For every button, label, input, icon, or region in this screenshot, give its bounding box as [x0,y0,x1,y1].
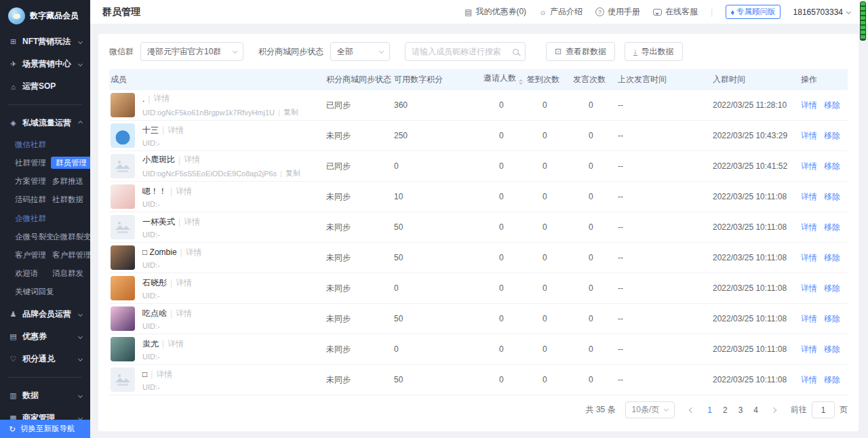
row-remove-link[interactable]: 移除 [824,374,840,386]
row-detail-link[interactable]: 详情 [801,191,817,203]
member-detail-link[interactable]: 详情 [156,369,172,380]
row-remove-link[interactable]: 移除 [824,283,840,294]
row-remove-link[interactable]: 移除 [824,161,840,172]
page-number[interactable]: 3 [733,405,749,415]
sidebar-section-shop[interactable]: ▦ 商家管理 [0,407,90,420]
member-cell: . | 详情 UID:ogNcF5ko61nBrgpw1k7RfvyHmj1U … [109,93,326,117]
row-remove-link[interactable]: 移除 [824,252,840,264]
row-remove-link[interactable]: 移除 [824,313,840,325]
separator: | [162,339,164,349]
sync-status-select[interactable]: 全部 [330,42,390,61]
page-number-current[interactable]: 1 [702,405,717,415]
page-number[interactable]: 2 [717,405,733,415]
message-count: 0 [573,100,618,110]
row-remove-link[interactable]: 移除 [824,344,840,355]
top-link[interactable]: ☼ 产品介绍 [539,6,583,18]
top-link[interactable]: ? 使用手册 [595,6,640,18]
invite-count: 0 [484,161,527,171]
top-link[interactable]: ▤ 我的优惠券(0) [465,6,526,18]
row-remove-link[interactable]: 移除 [824,100,840,111]
member-detail-link[interactable]: 详情 [184,154,200,165]
row-remove-link[interactable]: 移除 [824,130,840,142]
member-cell: □ | 详情 UID:- [109,367,326,392]
member-search-input[interactable] [412,47,513,56]
member-detail-link[interactable]: 详情 [167,125,184,136]
prev-page-button[interactable] [686,408,698,412]
sidebar-section-member[interactable]: ♟ 品牌会员运营 [0,303,90,325]
row-detail-link[interactable]: 详情 [801,161,817,172]
sidebar-sub-item[interactable]: 企微群裂变 [52,228,90,246]
next-page-button[interactable] [768,408,780,412]
row-detail-link[interactable]: 详情 [801,222,817,233]
member-detail-link[interactable]: 详情 [186,247,202,258]
sidebar-section-coupon[interactable]: ▤ 优惠券 [0,325,90,348]
chevron-down-icon [233,48,237,53]
chevron-icon [78,121,83,125]
top-link-label: 产品介绍 [550,6,583,18]
member-detail-link[interactable]: 详情 [167,338,184,350]
coupon-ticket-icon: ▤ [465,7,472,17]
account-phone: 18165703334 [793,7,843,17]
row-detail-link[interactable]: 详情 [801,374,817,386]
copy-uid-link[interactable]: 复制 [285,168,300,178]
view-group-data-button[interactable]: ⊡ 查看群数据 [546,42,615,61]
sidebar-sub-item[interactable]: 关键词回复 [15,283,52,301]
export-data-button[interactable]: ↓ 导出数据 [625,42,683,61]
sidebar-section-home[interactable]: ⌂ 运营SOP [0,75,90,98]
vip-badge[interactable]: ♦ 专属顾问版 [726,5,780,19]
actions-cell: 详情 移除 [801,283,848,294]
row-detail-link[interactable]: 详情 [801,344,817,355]
member-name: 小鹿斑比 [142,154,175,165]
member-info: 嗯！！ | 详情 UID:- [142,186,192,208]
sidebar-sub-item[interactable]: 客户群管理 [52,246,90,264]
submenu-group-title[interactable]: 企微社群 [0,209,90,228]
row-detail-link[interactable]: 详情 [801,252,817,264]
sub-item-label: 活码拉群 [15,195,46,203]
member-detail-link[interactable]: 详情 [176,186,192,197]
sort-icon[interactable] [519,77,523,87]
row-detail-link[interactable]: 详情 [801,313,817,325]
message-count: 0 [573,314,618,323]
column-header-sortable[interactable]: 邀请人数 [484,73,527,87]
submenu-group-title[interactable]: 微信社群 [0,135,90,154]
top-link[interactable]: 在线客服 [653,6,698,18]
sidebar-sub-item[interactable]: 方案管理 [15,172,52,191]
search-icon[interactable] [513,49,519,55]
sidebar-section-traffic[interactable]: ◈ 私域流量运营 [0,112,90,134]
member-detail-link[interactable]: 详情 [176,277,192,289]
member-detail-link[interactable]: 详情 [153,93,170,104]
sidebar-sub-item[interactable]: 欢迎语 [15,264,52,283]
row-detail-link[interactable]: 详情 [801,283,817,294]
goto-page-input[interactable] [812,401,835,418]
page-number[interactable]: 4 [748,405,764,415]
member-uid: UID:ogNcF5sS5EoEiODcE9Co8ap2jP6s [142,170,277,178]
sidebar-sub-item[interactable]: 社群数据 [52,191,90,209]
member-detail-link[interactable]: 详情 [184,216,200,228]
vip-icon: ♦ [730,8,734,16]
copy-uid-link[interactable]: 复制 [283,107,298,117]
sidebar-sub-item[interactable]: 消息群发 [52,264,90,283]
table-row: 石晓彤 | 详情 UID:- 未同步 0 0 0 0 -- 2022/03/25… [109,273,848,304]
row-detail-link[interactable]: 详情 [801,100,817,111]
sidebar-sub-item[interactable]: 活码拉群 [15,191,52,209]
page-size-select[interactable]: 10条/页 [625,401,675,418]
sidebar-section-data[interactable]: ▥ 数据 [0,384,90,407]
sidebar-section-heart[interactable]: ♡ 积分通兑 [0,348,90,370]
group-select[interactable]: 漫部元宇宙官方10群 [140,42,243,61]
row-remove-link[interactable]: 移除 [824,191,840,203]
sidebar-sub-item-active[interactable]: 群员管理 [52,154,90,172]
separator: | [280,170,282,178]
sub-item-label: 关键词回复 [15,287,54,296]
account-menu[interactable]: 18165703334 [793,7,850,17]
member-detail-link[interactable]: 详情 [176,308,192,319]
sidebar-sub-item[interactable]: 企微号裂变 [15,228,52,246]
sidebar-sub-item[interactable]: 社群管理 [15,154,52,172]
sidebar-sub-item[interactable]: 客户管理 [15,246,52,264]
row-detail-link[interactable]: 详情 [801,130,817,142]
sidebar-section-grid[interactable]: ⊞ NFT营销玩法 [0,31,90,53]
row-remove-link[interactable]: 移除 [824,222,840,233]
sidebar-section-plane[interactable]: ✈ 场景营销中心 [0,53,90,75]
member-info: 一杯美式 | 详情 UID:- [142,216,200,239]
switch-nav-button[interactable]: ↻ 切换至新版导航 [0,420,90,438]
sidebar-sub-item[interactable]: 多群推送 [52,172,90,191]
